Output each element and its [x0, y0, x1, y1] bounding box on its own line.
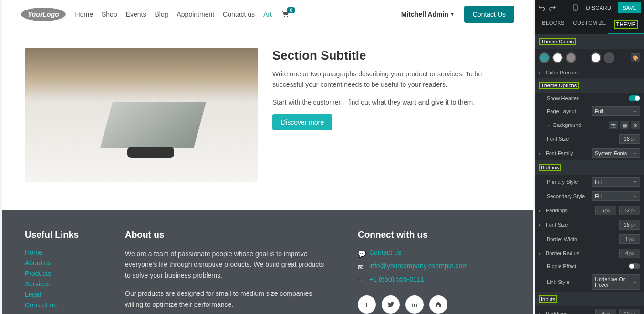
home-icon[interactable]	[429, 295, 447, 314]
footer-link-home[interactable]: Home	[25, 249, 96, 256]
section-buttons: Buttons	[535, 160, 644, 175]
color-palette-icon[interactable]: 🎨	[631, 53, 640, 62]
topbar: YourLogo Home Shop Events Blog Appointme…	[2, 0, 533, 29]
footer-email-link[interactable]: info@yourcompany.example.com	[369, 262, 468, 270]
footer-link-legal[interactable]: Legal	[25, 291, 96, 298]
font-size-label: Font Size	[539, 136, 616, 142]
bg-none-icon[interactable]: ⊘	[631, 121, 640, 129]
section-inputs: Inputs	[535, 292, 644, 306]
user-menu[interactable]: Mitchell Admin▼	[401, 10, 455, 18]
linkedin-icon[interactable]: in	[405, 295, 424, 314]
page-layout-select[interactable]: Full▼	[592, 106, 640, 116]
in-paddings-label: Paddings	[546, 311, 592, 314]
main-nav: Home Shop Events Blog Appointment Contac…	[75, 10, 272, 18]
ripple-label: Ripple Effect	[539, 263, 626, 269]
redo-icon[interactable]	[549, 4, 556, 11]
color-swatch-2[interactable]	[552, 52, 563, 63]
nav-shop[interactable]: Shop	[102, 10, 117, 18]
in-padding-x-input[interactable]: 12px	[619, 309, 640, 314]
footer-link-products[interactable]: Products	[25, 270, 96, 277]
nav-art[interactable]: Art	[263, 10, 272, 18]
svg-point-1	[287, 16, 288, 17]
footer-phone-link[interactable]: +1 (650) 555-0111	[369, 275, 425, 283]
section-theme-options: Theme Options	[535, 78, 644, 93]
discover-more-button[interactable]: Discover more	[272, 114, 332, 130]
paddings-label: Paddings	[546, 208, 592, 213]
svg-point-3	[575, 9, 576, 10]
border-width-label: Border Width	[539, 236, 616, 242]
link-style-select[interactable]: Underline On Hover▼	[592, 274, 640, 290]
useful-links-heading: Useful Links	[25, 230, 96, 240]
bg-image-icon[interactable]: 📷	[609, 121, 618, 129]
editor-panel: DISCARD SAVE BLOCKS CUSTOMIZE THEME Them…	[535, 0, 644, 314]
page-layout-label: Page Layout	[539, 108, 589, 114]
undo-icon[interactable]	[538, 4, 546, 11]
about-us-heading: About us	[125, 230, 329, 240]
font-size-input[interactable]: 16px	[619, 134, 640, 144]
in-padding-y-input[interactable]: 6px	[595, 309, 616, 314]
chat-icon: 💬	[358, 250, 364, 258]
tab-customize[interactable]: CUSTOMIZE	[571, 15, 608, 34]
save-button[interactable]: SAVE	[618, 2, 641, 13]
hero-image	[25, 48, 258, 182]
section-theme-colors: Theme Colors	[535, 34, 644, 49]
bg-pattern-icon[interactable]: ▦	[620, 121, 629, 129]
hero-paragraph-1: Write one or two paragraphs describing y…	[272, 69, 510, 90]
color-presets-row[interactable]: ▸Color Presets	[535, 67, 644, 78]
btn-font-size-label: Font Size	[546, 222, 616, 228]
cart-badge: 0	[287, 7, 295, 13]
show-header-toggle[interactable]	[629, 95, 640, 101]
phone-icon: 📞	[358, 277, 364, 284]
about-paragraph-1: We are a team of passionate people whose…	[125, 249, 329, 281]
footer-link-services[interactable]: Services	[25, 280, 96, 288]
footer-link-about[interactable]: About us	[25, 259, 96, 267]
footer-link-contact[interactable]: Contact us	[25, 301, 96, 309]
ripple-toggle[interactable]	[629, 263, 640, 269]
font-family-label: Font Family	[546, 150, 589, 156]
twitter-icon[interactable]	[382, 295, 400, 314]
secondary-style-label: Secondary Style	[539, 193, 589, 199]
show-header-label: Show Header	[539, 95, 626, 101]
nav-home[interactable]: Home	[75, 10, 93, 18]
secondary-style-select[interactable]: Fill▼	[592, 191, 640, 201]
nav-blog[interactable]: Blog	[155, 10, 168, 18]
nav-events[interactable]: Events	[126, 10, 146, 18]
tab-theme[interactable]: THEME	[608, 15, 644, 34]
cart-icon[interactable]: 0	[281, 11, 289, 18]
contact-us-button[interactable]: Contact Us	[464, 6, 514, 23]
discard-button[interactable]: DISCARD	[582, 2, 615, 13]
border-width-input[interactable]: 1px	[619, 234, 640, 244]
color-swatch-1[interactable]	[539, 52, 550, 63]
footer: Useful Links Home About us Products Serv…	[2, 210, 533, 314]
color-swatch-4[interactable]	[591, 52, 601, 63]
btn-font-size-input[interactable]: 16px	[619, 220, 640, 230]
connect-heading: Connect with us	[358, 230, 510, 240]
mobile-preview-icon[interactable]	[571, 4, 579, 11]
logo[interactable]: YourLogo	[21, 8, 66, 21]
panel-tabs: BLOCKS CUSTOMIZE THEME	[535, 15, 644, 34]
tab-blocks[interactable]: BLOCKS	[535, 15, 571, 34]
mail-icon: ✉	[358, 263, 364, 271]
font-family-select[interactable]: System Fonts▼	[592, 148, 640, 158]
hero-section: Section Subtitle Write one or two paragr…	[2, 29, 533, 210]
padding-y-input[interactable]: 6px	[595, 206, 616, 215]
footer-contact-link[interactable]: Contact us	[369, 249, 401, 256]
facebook-icon[interactable]: f	[358, 295, 376, 314]
primary-style-label: Primary Style	[539, 179, 589, 185]
about-paragraph-2: Our products are designed for small to m…	[125, 288, 329, 310]
color-swatch-5[interactable]	[604, 52, 614, 63]
background-label: Background	[553, 122, 606, 128]
link-style-label: Link Style	[539, 279, 589, 285]
border-radius-input[interactable]: 4px	[619, 249, 640, 258]
svg-point-0	[284, 16, 285, 17]
hero-paragraph-2: Start with the customer – find out what …	[272, 97, 510, 107]
nav-contact[interactable]: Contact us	[223, 10, 255, 18]
border-radius-label: Border Radius	[546, 251, 616, 256]
nav-appointment[interactable]: Appointment	[177, 10, 215, 18]
color-swatch-3[interactable]	[566, 52, 576, 63]
padding-x-input[interactable]: 12px	[619, 206, 640, 215]
section-subtitle: Section Subtitle	[272, 48, 510, 63]
primary-style-select[interactable]: Fill▼	[592, 177, 640, 187]
